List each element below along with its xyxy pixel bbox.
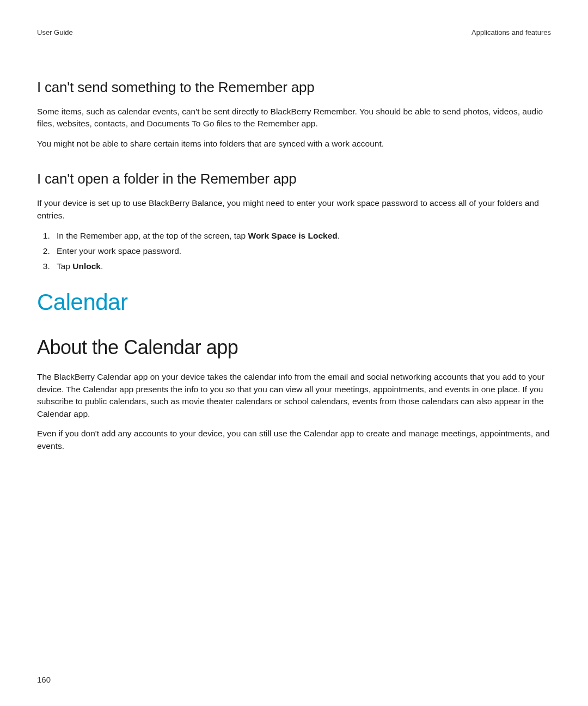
page-header: User Guide Applications and features bbox=[37, 28, 551, 36]
step-text: . bbox=[338, 231, 340, 240]
step-text: Tap bbox=[57, 261, 72, 271]
step-item: Enter your work space password. bbox=[52, 245, 551, 258]
body-paragraph: If your device is set up to use BlackBer… bbox=[37, 197, 551, 222]
page-number: 160 bbox=[37, 675, 51, 684]
body-paragraph: Some items, such as calendar events, can… bbox=[37, 106, 551, 130]
section-heading-remember-folder: I can't open a folder in the Remember ap… bbox=[37, 171, 551, 187]
body-paragraph: The BlackBerry Calendar app on your devi… bbox=[37, 371, 551, 420]
step-text: In the Remember app, at the top of the s… bbox=[57, 231, 248, 240]
body-paragraph: Even if you don't add any accounts to yo… bbox=[37, 428, 551, 452]
step-item: Tap Unlock. bbox=[52, 260, 551, 273]
step-bold: Work Space is Locked bbox=[248, 231, 338, 240]
body-paragraph: You might not be able to share certain i… bbox=[37, 138, 551, 150]
chapter-title: Calendar bbox=[37, 289, 551, 315]
header-left: User Guide bbox=[37, 28, 73, 36]
section-heading-about-calendar: About the Calendar app bbox=[37, 336, 551, 359]
document-page: User Guide Applications and features I c… bbox=[0, 0, 588, 706]
step-bold: Unlock bbox=[72, 261, 101, 271]
section-heading-remember-send: I can't send something to the Remember a… bbox=[37, 79, 551, 96]
step-text: . bbox=[101, 261, 103, 271]
header-right: Applications and features bbox=[471, 28, 551, 36]
step-item: In the Remember app, at the top of the s… bbox=[52, 229, 551, 242]
steps-list: In the Remember app, at the top of the s… bbox=[37, 229, 551, 273]
